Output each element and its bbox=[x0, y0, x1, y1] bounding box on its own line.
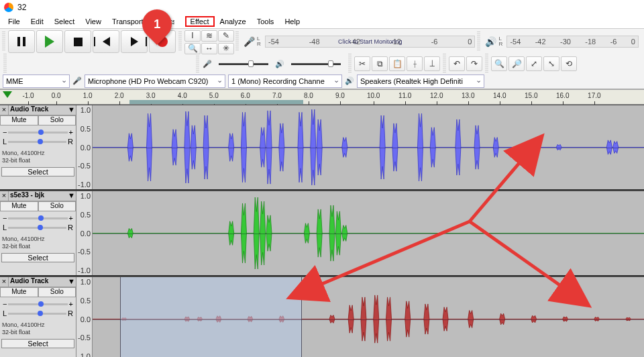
selection-tool[interactable]: I bbox=[184, 30, 201, 42]
menu-help[interactable]: Help bbox=[279, 16, 305, 27]
play-button[interactable] bbox=[36, 30, 63, 53]
loop-region[interactable] bbox=[129, 100, 303, 104]
recording-device-combo[interactable]: Microphone (HD Pro Webcam C920) bbox=[85, 74, 225, 88]
gain-slider[interactable] bbox=[8, 132, 67, 134]
playhead-icon[interactable] bbox=[3, 91, 12, 98]
recording-volume-slider[interactable] bbox=[213, 60, 274, 67]
menu-effect[interactable]: Effect bbox=[185, 16, 215, 27]
skip-end-button[interactable] bbox=[121, 30, 148, 53]
track-close-button[interactable]: × bbox=[0, 277, 9, 287]
toolbar-grip[interactable] bbox=[196, 54, 199, 74]
track-format-label: Mono, 44100Hz32-bit float bbox=[0, 320, 76, 338]
skip-start-button[interactable] bbox=[93, 30, 119, 53]
toolbar-grip[interactable] bbox=[477, 32, 480, 52]
track-close-button[interactable]: × bbox=[0, 105, 9, 115]
recording-meter[interactable]: -54-48-42 Click to Start Monitoring -12-… bbox=[265, 36, 475, 48]
track-menu-button[interactable]: ▼ bbox=[67, 277, 76, 287]
play-icon bbox=[45, 36, 54, 48]
gain-minus-label: − bbox=[3, 300, 7, 308]
zoom-tool[interactable]: 🔍 bbox=[184, 43, 201, 54]
track-select-button[interactable]: Select bbox=[1, 167, 74, 176]
trim-button[interactable]: ⟊ bbox=[407, 56, 423, 71]
track-select-button[interactable]: Select bbox=[1, 339, 74, 348]
gain-plus-label: + bbox=[69, 300, 73, 308]
toolbar-grip[interactable] bbox=[485, 54, 488, 74]
tracks-area: × Audio Track ▼ Mute Solo − + L R Mono, … bbox=[0, 105, 644, 357]
draw-tool[interactable]: ✎ bbox=[218, 30, 234, 42]
pan-slider[interactable] bbox=[8, 227, 66, 229]
menu-edit[interactable]: Edit bbox=[25, 16, 49, 27]
menu-tools[interactable]: Tools bbox=[252, 16, 280, 27]
ruler-tick: 1.0 bbox=[83, 92, 93, 99]
timeshift-tool[interactable]: ↔ bbox=[201, 43, 217, 54]
menu-file[interactable]: File bbox=[3, 16, 25, 27]
ruler-tick: 10.0 bbox=[367, 92, 380, 99]
track-name[interactable]: Audio Track bbox=[9, 277, 67, 287]
stop-button[interactable] bbox=[64, 30, 91, 53]
speaker-icon: 🔊 bbox=[274, 60, 286, 68]
toolbar-grip[interactable] bbox=[3, 54, 7, 74]
pause-button[interactable] bbox=[8, 30, 35, 53]
pan-right-label: R bbox=[68, 138, 73, 146]
fit-selection-button[interactable]: ⤢ bbox=[526, 56, 542, 71]
stop-icon bbox=[74, 38, 83, 46]
undo-button[interactable]: ↶ bbox=[449, 56, 465, 71]
mute-button[interactable]: Mute bbox=[0, 287, 38, 297]
waveform-area[interactable]: 1.00.50.0-0.5-1.0 bbox=[76, 277, 644, 357]
gain-slider[interactable] bbox=[8, 217, 67, 219]
app-logo-icon bbox=[4, 3, 13, 12]
ruler-tick: 4.0 bbox=[178, 92, 187, 99]
zoom-in-button[interactable]: 🔍 bbox=[491, 56, 507, 71]
track-format-label: Mono, 44100Hz32-bit float bbox=[0, 234, 76, 252]
toolbar-grip[interactable] bbox=[235, 32, 239, 52]
mute-button[interactable]: Mute bbox=[0, 201, 38, 211]
track-menu-button[interactable]: ▼ bbox=[67, 105, 76, 115]
gain-slider[interactable] bbox=[8, 303, 67, 305]
menu-view[interactable]: View bbox=[80, 16, 107, 27]
mic-icon: 🎤 bbox=[241, 35, 257, 48]
meter-hint[interactable]: Click to Start Monitoring bbox=[338, 38, 402, 45]
pan-slider[interactable] bbox=[8, 141, 66, 143]
envelope-tool[interactable]: ≋ bbox=[201, 30, 217, 42]
playback-meter[interactable]: -54-42 -30-18 -60 bbox=[506, 36, 639, 48]
track-select-button[interactable]: Select bbox=[1, 253, 74, 262]
paste-button[interactable]: 📋 bbox=[389, 56, 405, 71]
playback-device-combo[interactable]: Speakers (Realtek High Definiti bbox=[357, 74, 484, 88]
toolbar-grip[interactable] bbox=[348, 54, 352, 74]
multi-tool[interactable]: ✳ bbox=[218, 43, 234, 54]
menu-bar: File Edit Select View Transport Tracks E… bbox=[0, 15, 644, 28]
menu-analyze[interactable]: Analyze bbox=[215, 16, 252, 27]
track-name[interactable]: s5e33 - bjk bbox=[9, 191, 67, 201]
track-menu-button[interactable]: ▼ bbox=[67, 191, 76, 201]
solo-button[interactable]: Solo bbox=[38, 115, 76, 125]
waveform-area[interactable]: 1.00.50.0-0.5-1.0 bbox=[76, 105, 644, 189]
mute-button[interactable]: Mute bbox=[0, 115, 38, 125]
zoom-out-button[interactable]: 🔎 bbox=[508, 56, 525, 71]
fit-project-button[interactable]: ⤡ bbox=[543, 56, 559, 71]
ruler-tick: 5.0 bbox=[209, 92, 219, 99]
pan-slider[interactable] bbox=[8, 313, 66, 315]
playback-volume-slider[interactable] bbox=[286, 60, 346, 67]
ruler-tick: 9.0 bbox=[335, 92, 345, 99]
solo-button[interactable]: Solo bbox=[38, 287, 76, 297]
mic-icon: 🎤 bbox=[72, 76, 82, 85]
track-name[interactable]: Audio Track bbox=[9, 105, 67, 115]
audio-host-combo[interactable]: MME bbox=[3, 74, 70, 88]
track-format-label: Mono, 44100Hz32-bit float bbox=[0, 148, 76, 166]
recording-channels-combo[interactable]: 1 (Mono) Recording Channe bbox=[228, 74, 342, 88]
silence-button[interactable]: ⟘ bbox=[424, 56, 440, 71]
toolbar-grip[interactable] bbox=[178, 32, 182, 52]
timeline-ruler[interactable]: -1.00.01.02.03.04.05.06.07.08.09.010.011… bbox=[0, 90, 644, 105]
track-close-button[interactable]: × bbox=[0, 191, 9, 201]
toolbar-grip[interactable] bbox=[443, 54, 446, 74]
cut-button[interactable]: ✂ bbox=[354, 56, 370, 71]
menu-select[interactable]: Select bbox=[49, 16, 80, 27]
redo-button[interactable]: ↷ bbox=[466, 56, 482, 71]
toolbar-grip[interactable] bbox=[2, 32, 5, 52]
selection-region[interactable] bbox=[120, 277, 302, 357]
copy-button[interactable]: ⧉ bbox=[372, 56, 388, 71]
zoom-toggle-button[interactable]: ⟲ bbox=[561, 56, 577, 71]
pan-left-label: L bbox=[3, 309, 7, 317]
waveform-area[interactable]: 1.00.50.0-0.5-1.0 bbox=[76, 191, 644, 275]
solo-button[interactable]: Solo bbox=[38, 201, 76, 211]
